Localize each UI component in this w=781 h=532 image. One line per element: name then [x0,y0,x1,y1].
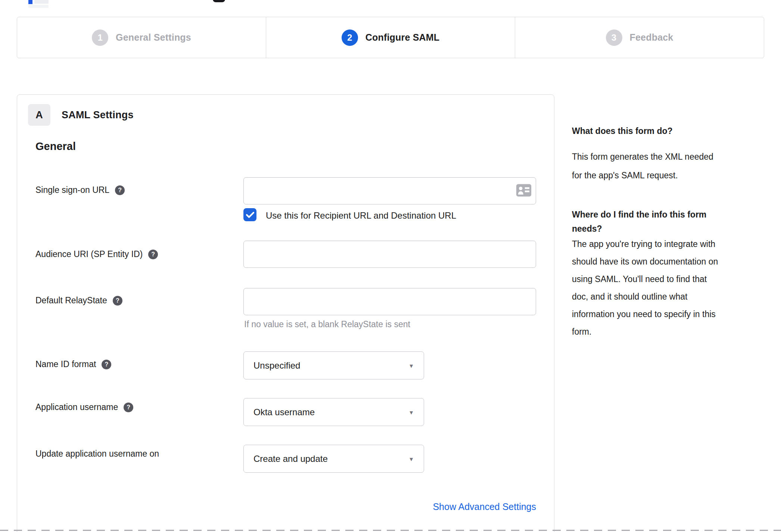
step-number-badge: 3 [606,29,622,46]
sidebar-paragraph-line: This form generates the XML needed [572,148,713,166]
sidebar-heading-what: What does this form do? [572,124,673,138]
nameid-format-value: Unspecified [253,360,300,371]
update-username-label: Update application username on [35,449,159,459]
sidebar-paragraph-line: should have its own documentation on [572,253,718,270]
sidebar-heading-where: Where do I find the info this form [572,207,706,222]
relaystate-label: Default RelayState [35,295,107,306]
cut-off-icon-fragment [213,0,225,2]
relaystate-label-row: Default RelayState ? [35,295,122,306]
relaystate-hint: If no value is set, a blank RelayState i… [244,319,410,329]
step-label: Feedback [630,32,673,43]
audience-uri-label: Audience URI (SP Entity ID) [35,249,143,259]
step-feedback[interactable]: 3 Feedback [515,17,764,58]
help-icon[interactable]: ? [113,296,122,306]
step-label: General Settings [116,32,191,43]
recipient-url-checkbox[interactable] [243,208,256,221]
chevron-down-icon: ▼ [408,456,414,462]
cut-off-title-fragment-2 [28,5,49,8]
sidebar-paragraph-line: form. [572,323,591,341]
cut-off-title-fragment [34,0,49,4]
checkmark-icon [246,212,254,218]
sidebar-paragraph-line: information you need to specify in this [572,306,716,323]
sso-url-input[interactable] [243,177,536,204]
nameid-label-row: Name ID format ? [35,359,111,369]
help-icon[interactable]: ? [102,360,111,369]
help-icon[interactable]: ? [124,403,133,412]
step-general-settings[interactable]: 1 General Settings [17,17,266,58]
sidebar-paragraph-line: using SAML. You'll need to find that [572,270,707,288]
sidebar-paragraph-line: The app you're trying to integrate with [572,235,715,253]
section-a-badge: A [28,104,50,126]
contact-card-icon [516,184,532,197]
panel-title: SAML Settings [62,109,134,121]
update-username-select[interactable]: Create and update ▼ [243,445,424,473]
step-configure-saml[interactable]: 2 Configure SAML [266,17,515,58]
step-number-badge: 2 [342,29,358,46]
app-username-value: Okta username [253,407,315,417]
nameid-format-label: Name ID format [35,359,96,369]
app-username-label: Application username [35,402,118,412]
help-icon[interactable]: ? [148,250,158,259]
show-advanced-settings-link[interactable]: Show Advanced Settings [416,501,536,512]
chevron-down-icon: ▼ [408,409,414,415]
relaystate-input[interactable] [243,288,536,315]
step-label: Configure SAML [365,32,440,43]
sso-url-label-row: Single sign-on URL ? [35,185,125,195]
sso-url-label: Single sign-on URL [35,185,109,195]
audience-uri-input[interactable] [243,241,536,268]
general-section-heading: General [35,140,76,153]
cut-off-logo-fragment [28,0,32,4]
sidebar-paragraph-line: doc, and it should outline what [572,288,687,306]
update-username-label-row: Update application username on [35,449,159,459]
chevron-down-icon: ▼ [408,362,414,369]
wizard-stepper: 1 General Settings 2 Configure SAML 3 Fe… [17,17,764,58]
sidebar-heading-where-2: needs? [572,222,602,236]
bottom-dashed-divider [0,530,781,531]
sidebar-paragraph-line: for the app's SAML request. [572,167,678,184]
audience-uri-label-row: Audience URI (SP Entity ID) ? [35,249,158,259]
nameid-format-select[interactable]: Unspecified ▼ [243,351,424,379]
app-username-label-row: Application username ? [35,402,133,412]
help-icon[interactable]: ? [115,185,125,195]
step-number-badge: 1 [92,29,108,46]
app-username-select[interactable]: Okta username ▼ [243,398,424,426]
update-username-value: Create and update [253,454,328,464]
recipient-url-checkbox-label: Use this for Recipient URL and Destinati… [266,210,456,221]
